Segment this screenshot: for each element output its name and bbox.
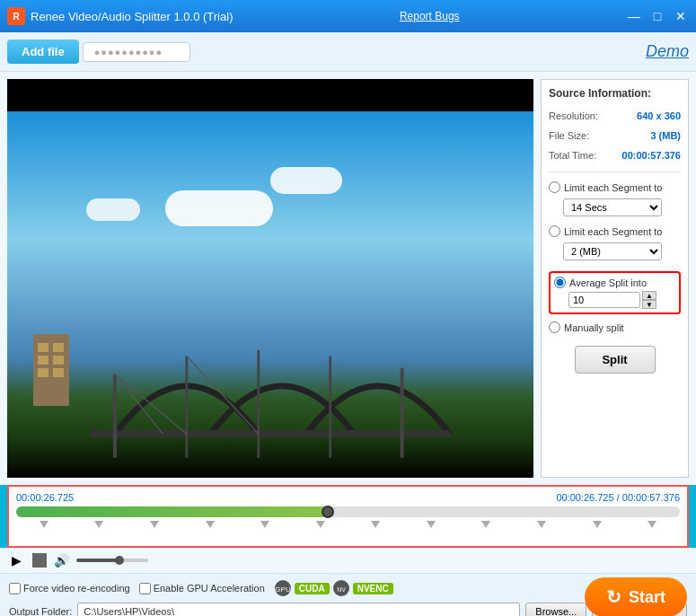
close-button[interactable]: ✕ (673, 9, 689, 23)
filesize-value: 3 (MB) (650, 130, 681, 141)
window (53, 368, 64, 377)
limit-time-select[interactable]: 14 Secs (563, 198, 662, 216)
window (53, 356, 64, 365)
split-button[interactable]: Split (575, 346, 656, 374)
controls-bar: ▶ 🔊 (0, 548, 696, 573)
force-reencode-label: Force video re-encoding (23, 583, 130, 594)
cloud-decoration-3 (86, 198, 140, 221)
file-tab[interactable]: ●●●●●●●●●● (83, 42, 190, 62)
totaltime-label: Total Time: (549, 150, 596, 161)
force-reencode-row[interactable]: Force video re-encoding (9, 583, 130, 594)
radio-limit-time[interactable] (549, 181, 560, 193)
enable-gpu-label: Enable GPU Acceleration (154, 583, 265, 594)
spin-buttons: ▲ ▼ (642, 291, 656, 309)
marker[interactable] (40, 521, 48, 528)
limit-size-select[interactable]: 2 (MB) (563, 242, 662, 260)
filesize-label: File Size: (549, 130, 589, 141)
marker[interactable] (206, 521, 215, 528)
marker[interactable] (537, 521, 546, 528)
current-time: 00:00:26.725 (16, 492, 74, 503)
time-display: 00:00:26.725 00:00:26.725 / 00:00:57.376 (16, 492, 680, 503)
spin-down-button[interactable]: ▼ (642, 300, 656, 309)
resolution-label: Resolution: (549, 110, 598, 121)
marker[interactable] (648, 521, 656, 528)
volume-slider[interactable] (76, 559, 148, 562)
totaltime-value: 00:00:57.376 (622, 150, 681, 161)
radio-average-split[interactable] (554, 277, 566, 288)
building-windows (38, 343, 65, 377)
minimize-button[interactable]: — (626, 9, 642, 23)
totaltime-row: Total Time: 00:00:57.376 (549, 148, 681, 163)
average-split-box: Average Split into ▲ ▼ (549, 271, 681, 314)
option-limit-time[interactable]: Limit each Segment to (549, 181, 681, 193)
nvenc-badge: NVENC (353, 583, 393, 594)
enable-gpu-row[interactable]: Enable GPU Acceleration (139, 583, 265, 594)
toolbar: Add file ●●●●●●●●●● Demo (0, 32, 696, 72)
stop-button[interactable] (32, 553, 47, 568)
report-bugs-link[interactable]: Report Bugs (400, 10, 460, 22)
cloud-decoration-2 (270, 167, 342, 194)
average-split-label: Average Split into (569, 277, 647, 288)
main-content: Source Information: Resolution: 640 x 36… (0, 72, 696, 485)
source-info-title: Source Information: (549, 87, 681, 100)
limit-time-label: Limit each Segment to (564, 182, 662, 193)
marker[interactable] (371, 521, 380, 528)
window (38, 368, 48, 377)
marker[interactable] (150, 521, 159, 528)
svg-text:GPU: GPU (275, 585, 291, 594)
total-time: 00:00:26.725 / 00:00:57.376 (556, 492, 680, 503)
title-bar: R Renee Video/Audio Splitter 1.0.0 (Tria… (0, 0, 696, 32)
timeline-area: 00:00:26.725 00:00:26.725 / 00:00:57.376 (7, 485, 689, 548)
maximize-button[interactable]: □ (649, 9, 665, 23)
spinbox-row: ▲ ▼ (568, 291, 675, 309)
average-split-input[interactable] (568, 292, 640, 308)
app-title: Renee Video/Audio Splitter 1.0.0 (Trial) (31, 10, 233, 23)
volume-thumb (115, 556, 124, 565)
gpu-icon: GPU (274, 579, 292, 597)
progress-thumb[interactable] (322, 506, 334, 518)
marker[interactable] (260, 521, 269, 528)
start-icon: ↻ (606, 586, 621, 608)
radio-limit-size[interactable] (549, 225, 560, 237)
limit-size-dropdown-row: 2 (MB) (563, 242, 681, 260)
app-icon: R (7, 7, 25, 25)
bridge-svg (86, 278, 454, 458)
title-bar-left: R Renee Video/Audio Splitter 1.0.0 (Tria… (7, 7, 233, 25)
radio-manual-split[interactable] (549, 321, 560, 333)
window (38, 356, 48, 365)
demo-label: Demo (646, 42, 689, 61)
marker[interactable] (316, 521, 325, 528)
add-file-button[interactable]: Add file (7, 40, 79, 64)
video-preview (7, 79, 533, 478)
marker[interactable] (427, 521, 436, 528)
option-manual-split[interactable]: Manually split (549, 321, 681, 333)
divider-1 (549, 172, 681, 172)
output-path-input[interactable] (77, 603, 520, 616)
window (53, 343, 64, 352)
option-limit-size[interactable]: Limit each Segment to (549, 225, 681, 237)
nvenc-logo-icon: NV (332, 579, 350, 597)
enable-gpu-checkbox[interactable] (139, 583, 151, 594)
marker[interactable] (94, 521, 103, 528)
bottom-bar: Force video re-encoding Enable GPU Accel… (0, 573, 696, 616)
marker[interactable] (481, 521, 490, 528)
play-button[interactable]: ▶ (7, 551, 25, 569)
marker[interactable] (593, 521, 602, 528)
window-controls: — □ ✕ (626, 9, 689, 23)
video-area (7, 79, 533, 478)
output-folder-label: Output Folder: (9, 606, 72, 616)
option-average-split[interactable]: Average Split into (554, 277, 675, 288)
progress-bar[interactable] (16, 506, 680, 517)
filesize-row: File Size: 3 (MB) (549, 128, 681, 143)
resolution-row: Resolution: 640 x 360 (549, 109, 681, 123)
volume-icon: 🔊 (54, 553, 69, 568)
manual-split-label: Manually split (564, 322, 624, 333)
cloud-decoration-1 (165, 190, 273, 226)
spin-up-button[interactable]: ▲ (642, 291, 656, 300)
force-reencode-checkbox[interactable] (9, 583, 21, 594)
browse-button[interactable]: Browse... (525, 603, 586, 616)
start-button[interactable]: ↻ Start (585, 577, 687, 616)
svg-text:NV: NV (337, 586, 346, 593)
progress-fill (16, 506, 328, 517)
side-panel: Source Information: Resolution: 640 x 36… (541, 79, 689, 478)
